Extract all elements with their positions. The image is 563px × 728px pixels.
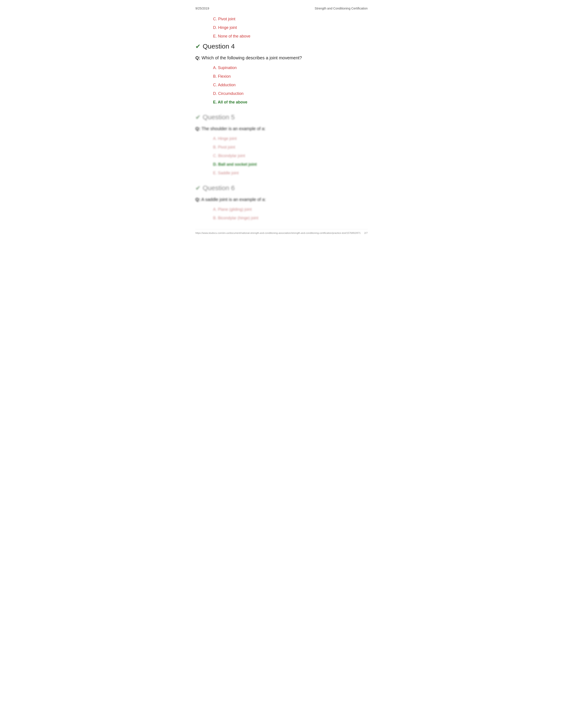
question-4-body: Which of the following describes a joint…	[201, 55, 302, 60]
q5-option-c: C. Bicondylar joint	[213, 154, 368, 158]
question-4-section: ✔ Question 4 Q: Which of the following d…	[195, 43, 368, 105]
footer-page: 2/7	[364, 232, 368, 234]
q4-option-e: E. All of the above	[213, 100, 368, 105]
q5-option-e: E. Saddle joint	[213, 171, 368, 175]
question-6-text: Q: A saddle joint is an example of a:	[195, 196, 368, 203]
question-6-section: ✔ Question 6 Q: A saddle joint is an exa…	[195, 184, 368, 220]
header-date: 9/25/2019	[195, 7, 209, 10]
question-4-label: Q:	[195, 55, 200, 60]
prev-option-d: D. Hinge joint	[213, 25, 368, 30]
question-5-checkmark: ✔	[195, 114, 200, 121]
q6-option-b: B. Bicondylar (hinge) joint	[213, 216, 368, 220]
q4-option-d: D. Circumduction	[213, 91, 368, 96]
page: 9/25/2019 Strength and Conditioning Cert…	[182, 0, 381, 248]
previous-options: C. Pivot joint D. Hinge joint E. None of…	[195, 17, 368, 39]
question-6-options: A. Plane (gliding) joint B. Bicondylar (…	[195, 207, 368, 220]
question-5-label: Q:	[195, 126, 200, 131]
question-6-number: Question 6	[203, 184, 235, 192]
prev-option-e: E. None of the above	[213, 34, 368, 39]
q4-option-a: A. Supination	[213, 66, 368, 70]
page-footer: https://www.studocu.com/en-us/document/n…	[195, 229, 368, 234]
question-6-body: A saddle joint is an example of a:	[201, 197, 266, 202]
question-4-checkmark: ✔	[195, 43, 200, 50]
q4-option-b: B. Flexion	[213, 74, 368, 79]
question-5-heading: ✔ Question 5	[195, 113, 368, 121]
question-4-heading: ✔ Question 4	[195, 43, 368, 50]
q6-option-a: A. Plane (gliding) joint	[213, 207, 368, 212]
question-5-text: Q: The shoulder is an example of a:	[195, 125, 368, 132]
q5-option-a: A. Hinge joint	[213, 136, 368, 141]
question-6-label: Q:	[195, 197, 200, 202]
question-6-heading: ✔ Question 6	[195, 184, 368, 192]
q5-option-d: D. Ball and socket joint	[213, 162, 368, 167]
q4-option-c: C. Adduction	[213, 83, 368, 87]
prev-option-c: C. Pivot joint	[213, 17, 368, 21]
question-5-body: The shoulder is an example of a:	[201, 126, 265, 131]
footer-url: https://www.studocu.com/en-us/document/n…	[195, 232, 361, 234]
question-4-number: Question 4	[203, 43, 235, 50]
q5-option-b: B. Pivot joint	[213, 145, 368, 150]
question-5-number: Question 5	[203, 113, 235, 121]
question-4-text: Q: Which of the following describes a jo…	[195, 54, 368, 61]
question-5-options: A. Hinge joint B. Pivot joint C. Bicondy…	[195, 136, 368, 175]
question-6-checkmark: ✔	[195, 184, 200, 192]
page-header: 9/25/2019 Strength and Conditioning Cert…	[195, 7, 368, 10]
question-4-options: A. Supination B. Flexion C. Adduction D.…	[195, 66, 368, 105]
header-title: Strength and Conditioning Certification	[315, 7, 368, 10]
question-5-section: ✔ Question 5 Q: The shoulder is an examp…	[195, 113, 368, 175]
